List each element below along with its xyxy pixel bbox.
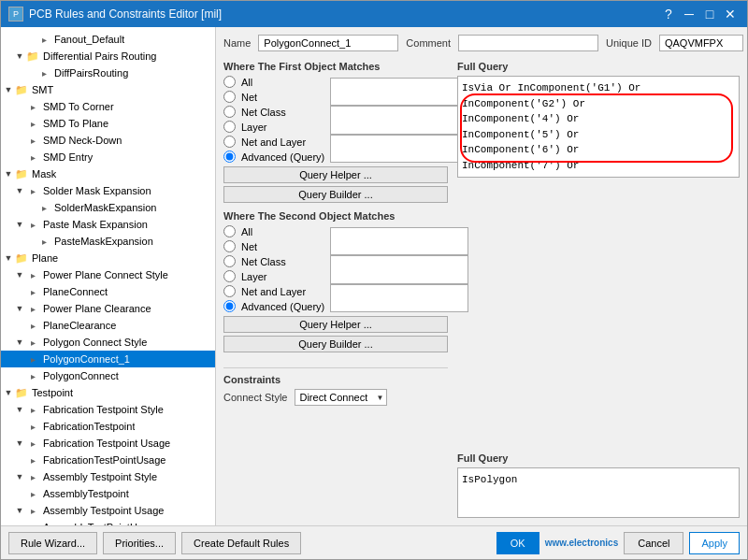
tree-item-polygon-connect-style[interactable]: ▼ Polygon Connect Style	[1, 334, 215, 351]
match2-input-netclass[interactable]	[330, 255, 468, 283]
tree-item-fab-tp-style[interactable]: ▼ Fabrication Testpoint Style	[1, 401, 215, 418]
expand-solder-sub	[25, 202, 36, 213]
priorities-button[interactable]: Priorities...	[103, 532, 176, 554]
tree-item-mask[interactable]: ▼ Mask	[1, 165, 215, 182]
name-input[interactable]	[258, 35, 398, 51]
tree-item-smd-entry[interactable]: SMD Entry	[1, 149, 215, 165]
radio-layer-2: Layer	[223, 270, 324, 282]
uniqueid-label: Unique ID	[606, 37, 652, 49]
rule-icon-assy-testpoint	[25, 487, 40, 500]
expand-pcs: ▼	[14, 337, 25, 348]
rule-icon-solder	[25, 184, 40, 197]
rule-wizard-button[interactable]: Rule Wizard...	[8, 532, 97, 554]
window-title: PCB Rules and Constraints Editor [mil]	[29, 7, 222, 21]
match1-input-net[interactable]	[330, 78, 468, 106]
tree-item-fab-testpoint[interactable]: FabricationTestpoint	[1, 418, 215, 435]
expand-fanout	[25, 34, 36, 45]
full-query-label-1: Full Query	[457, 61, 740, 72]
tree-label-fab-tpu-sub: FabricationTestPointUsage	[43, 454, 165, 466]
tree-item-polygon-connect-1[interactable]: PolygonConnect_1	[1, 351, 215, 367]
rule-icon-smd-plane	[25, 117, 40, 130]
rule-icon-ppclr	[25, 302, 40, 315]
folder-icon-plane	[14, 251, 29, 265]
tree-item-assy-tp-usage[interactable]: ▼ Assembly Testpoint Usage	[1, 502, 215, 519]
tree-label-fab-testpoint: FabricationTestpoint	[43, 421, 135, 432]
full-query-2: Full Query IsPolygon	[457, 452, 740, 518]
rule-icon-paste	[25, 218, 40, 231]
full-query-1: Full Query IsVia Or InComponent('G1') Or…	[457, 61, 740, 445]
tree-label-tp: Testpoint	[32, 387, 73, 398]
tree-item-fab-tp-usage[interactable]: ▼ Fabrication Testpoint Usage	[1, 435, 215, 452]
tree-item-diff-pairs[interactable]: ▼ Differential Pairs Routing	[1, 48, 215, 65]
close-button[interactable]: ✕	[721, 5, 740, 23]
tree-item-diffpairs-routing[interactable]: DiffPairsRouting	[1, 65, 215, 81]
tree-item-paste-mask-sub[interactable]: PasteMaskExpansion	[1, 233, 215, 250]
query-builder-btn-2[interactable]: Query Builder ...	[223, 336, 448, 352]
tree-item-solder-mask-sub[interactable]: SolderMaskExpansion	[1, 199, 215, 216]
match2-input-layer[interactable]	[330, 284, 468, 312]
tree-item-smd-plane[interactable]: SMD To Plane	[1, 115, 215, 132]
tree-item-assy-tp-usage-sub[interactable]: AssemblyTestPointUsage	[1, 519, 215, 525]
tree-item-solder-mask[interactable]: ▼ Solder Mask Expansion	[1, 182, 215, 199]
full-query-text-1: IsVia Or InComponent('G1') Or InComponen…	[457, 76, 740, 178]
query-text-2: IsPolygon	[462, 472, 735, 488]
query-helper-btn-2[interactable]: Query Helper ...	[223, 316, 448, 333]
expand-diff: ▼	[14, 50, 25, 62]
query-text-1-5: InComponent('6') Or	[462, 144, 579, 155]
label-layer-1: Layer	[241, 122, 267, 133]
tree-item-plane-connect[interactable]: PlaneConnect	[1, 283, 215, 300]
match2-input-net[interactable]	[330, 227, 468, 255]
create-default-rules-button[interactable]: Create Default Rules	[181, 532, 301, 554]
tree-item-assy-tp-style[interactable]: ▼ Assembly Testpoint Style	[1, 468, 215, 485]
tree-item-plane[interactable]: ▼ Plane	[1, 250, 215, 266]
tree-item-plane-clearance[interactable]: PlaneClearance	[1, 317, 215, 334]
tree-item-polygon-connect[interactable]: PolygonConnect	[1, 367, 215, 384]
minimize-button[interactable]: ─	[680, 5, 698, 23]
tree-item-fanout-default[interactable]: Fanout_Default	[1, 31, 215, 48]
tree-item-smt[interactable]: ▼ SMT	[1, 81, 215, 98]
tree-item-paste-mask[interactable]: ▼ Paste Mask Expansion	[1, 216, 215, 233]
tree-item-power-plane-clearance[interactable]: ▼ Power Plane Clearance	[1, 300, 215, 317]
radio-advanced-1: Advanced (Query)	[223, 151, 324, 163]
help-button[interactable]: ?	[659, 5, 678, 23]
tree-label-pc: PolygonConnect	[43, 370, 119, 381]
tree-item-testpoint[interactable]: ▼ Testpoint	[1, 384, 215, 401]
rule-icon-assy-tp	[25, 470, 40, 483]
right-panel: Name Comment Unique ID Where The First O…	[216, 27, 747, 525]
label-advanced-2: Advanced (Query)	[241, 301, 324, 312]
rule-icon-fab-tp	[25, 403, 40, 416]
radio-net-1: Net	[223, 91, 324, 103]
radio-all-2: All	[223, 225, 324, 237]
apply-button[interactable]: Apply	[689, 532, 740, 554]
ok-button[interactable]: OK	[496, 532, 539, 554]
expand-tp: ▼	[3, 387, 14, 398]
cancel-button[interactable]: Cancel	[624, 532, 683, 554]
tree-label-mask: Mask	[32, 168, 56, 179]
expand-fab-tp: ▼	[14, 404, 25, 415]
comment-input[interactable]	[458, 35, 598, 51]
rule-icon-plane-connect	[25, 285, 40, 298]
connect-style-select[interactable]: Direct Connect Relief Connect No Connect	[295, 389, 387, 406]
tree-label-assy-tpu: Assembly Testpoint Usage	[43, 505, 164, 516]
query-builder-btn-1[interactable]: Query Builder ...	[223, 186, 448, 203]
match1-input-netclass[interactable]	[330, 106, 468, 134]
tree-item-assy-testpoint[interactable]: AssemblyTestpoint	[1, 485, 215, 502]
query-text-1-3: InComponent('4') Or	[462, 113, 579, 124]
maximize-button[interactable]: □	[700, 5, 719, 23]
tree-item-power-plane-connect[interactable]: ▼ Power Plane Connect Style	[1, 266, 215, 283]
rule-icon-solder-sub	[36, 201, 51, 214]
radio-layer-1: Layer	[223, 121, 324, 133]
expand-ppclr: ▼	[14, 303, 25, 314]
full-query-box-1: IsVia Or InComponent('G1') Or InComponen…	[457, 76, 740, 445]
tree-label-smt: SMT	[32, 84, 53, 95]
tree-label-pc1: PolygonConnect_1	[43, 353, 130, 365]
tree-item-smd-neckdown[interactable]: SMD Neck-Down	[1, 132, 215, 149]
rule-icon-plane-clearance	[25, 319, 40, 332]
query-helper-btn-1[interactable]: Query Helper ...	[223, 166, 448, 183]
tree-item-fab-tp-usage-sub[interactable]: FabricationTestPointUsage	[1, 452, 215, 468]
name-row: Name Comment Unique ID	[223, 35, 740, 51]
tree-item-smd-corner[interactable]: SMD To Corner	[1, 98, 215, 115]
uniqueid-input[interactable]	[659, 35, 743, 51]
rule-icon-smd-entry	[25, 151, 40, 164]
match1-input-layer[interactable]	[330, 135, 468, 163]
